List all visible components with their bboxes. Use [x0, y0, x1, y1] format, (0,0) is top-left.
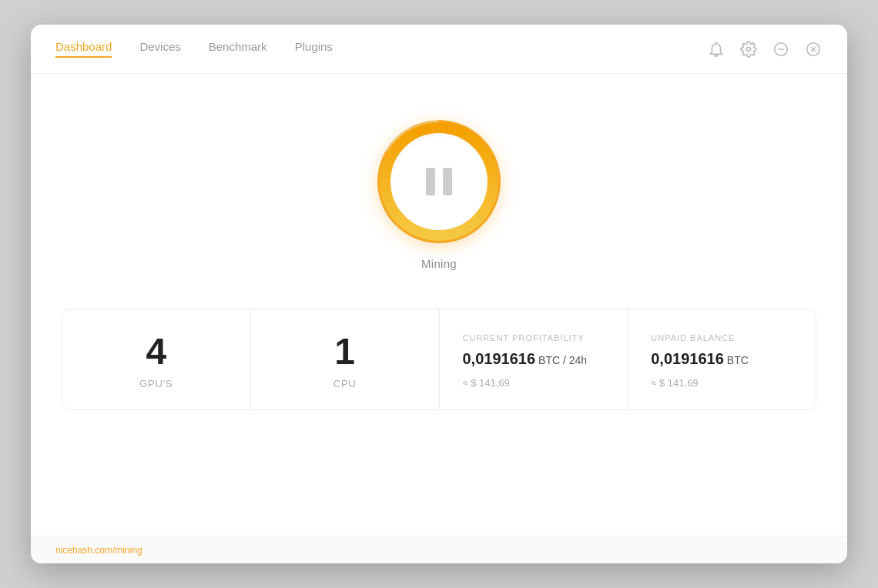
nav-tabs: Dashboard Devices Benchmark Plugins [55, 40, 333, 58]
notification-icon[interactable] [707, 40, 726, 58]
settings-icon[interactable] [739, 40, 758, 58]
tab-benchmark[interactable]: Benchmark [209, 40, 267, 58]
stat-balance: UNPAID BALANCE 0,0191616BTC ≈ $ 141,69 [628, 309, 816, 409]
balance-unit: BTC [727, 354, 749, 366]
top-bar: Dashboard Devices Benchmark Plugins [31, 25, 847, 74]
balance-value: 0,0191616 [651, 350, 724, 367]
stats-row: 4 GPU'S 1 CPU CURRENT PROFITABILITY 0,01… [62, 309, 816, 410]
app-window: Dashboard Devices Benchmark Plugins [31, 25, 847, 563]
gpus-label: GPU'S [139, 378, 173, 389]
main-content: Mining 4 GPU'S 1 CPU CURRENT PROFITABILI… [31, 74, 847, 536]
minimize-icon[interactable] [772, 40, 790, 58]
mining-status-label: Mining [421, 257, 457, 270]
gpus-value: 4 [146, 333, 167, 370]
balance-title: UNPAID BALANCE [651, 333, 735, 342]
bottom-bar: nicehash.com/mining [31, 536, 847, 563]
tab-devices[interactable]: Devices [139, 40, 180, 58]
stat-cpu: 1 CPU [251, 309, 440, 409]
tab-dashboard[interactable]: Dashboard [55, 40, 112, 58]
svg-point-0 [746, 47, 751, 52]
profitability-unit: BTC / 24h [538, 354, 587, 366]
mining-button[interactable] [377, 120, 501, 243]
stat-profitability: CURRENT PROFITABILITY 0,0191616BTC / 24h… [440, 309, 628, 409]
svg-point-6 [385, 128, 493, 236]
mining-area: Mining [377, 120, 501, 270]
close-icon[interactable] [804, 40, 823, 58]
stat-gpus: 4 GPU'S [62, 309, 251, 409]
cpu-label: CPU [333, 378, 357, 389]
profitability-sub: ≈ $ 141,69 [463, 377, 510, 389]
profitability-value: 0,0191616 [463, 350, 536, 367]
profitability-title: CURRENT PROFITABILITY [463, 333, 585, 342]
tab-plugins[interactable]: Plugins [295, 40, 333, 58]
bottom-link[interactable]: nicehash.com/mining [55, 545, 142, 556]
balance-sub: ≈ $ 141,69 [651, 377, 698, 389]
cpu-value: 1 [334, 333, 355, 370]
window-controls [707, 40, 823, 58]
